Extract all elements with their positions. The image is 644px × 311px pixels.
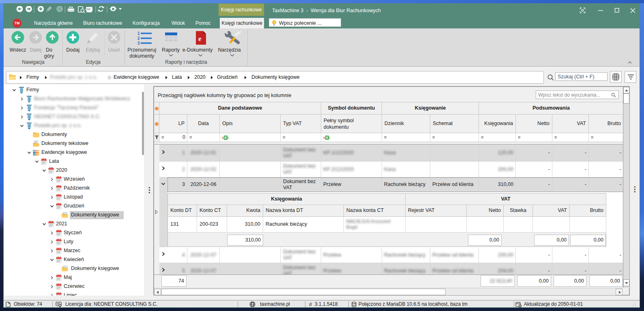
svg-text:2: 2 (137, 36, 140, 41)
svg-text:PDF: PDF (87, 9, 91, 11)
svg-text:1: 1 (137, 31, 140, 36)
svg-text:e: e (198, 35, 202, 43)
svg-text:3: 3 (137, 41, 140, 45)
